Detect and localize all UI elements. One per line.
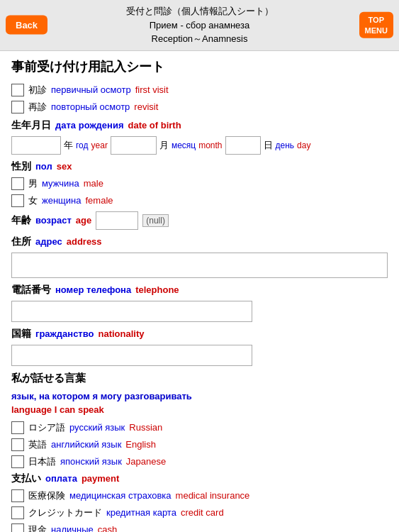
age-header-ru: возраст [35,215,72,226]
age-row: 年齢 возраст age (null) [11,211,388,230]
payment-header-ru: оплата [45,473,77,484]
japanese-en: Japanese [126,456,166,467]
age-null-badge: (null) [142,214,169,227]
russian-checkbox[interactable] [11,421,24,434]
dob-header-ja: 生年月日 [11,119,51,132]
male-checkbox[interactable] [11,177,24,190]
credit-checkbox[interactable] [11,506,24,519]
revisit-checkbox[interactable] [11,101,24,113]
nationality-header-ja: 国籍 [11,328,31,340]
revisit-en: revisit [134,101,158,112]
credit-ru: кредитная карта [106,507,176,518]
title-en: Reception～Anamnesis [126,32,274,46]
age-input[interactable] [96,211,138,230]
initial-visit-checkbox[interactable] [11,84,24,96]
insurance-row: 医療保険 медицинская страховка medical insur… [11,489,388,502]
cash-checkbox[interactable] [11,523,24,533]
japanese-checkbox[interactable] [11,455,24,468]
payment-header-ja: 支払い [11,472,41,485]
tel-header-en: telephone [135,284,179,295]
address-header-en: address [67,236,102,247]
revisit-ja: 再診 [28,101,47,113]
female-ru: женщина [42,195,81,206]
language-header-ja: 私が話せる言葉 [11,372,86,385]
sex-header-ja: 性別 [11,160,31,173]
dob-year-input[interactable] [11,136,61,155]
language-label-ru: язык, на котором я могу разговаривать la… [11,389,388,417]
year-ja: 年 [64,139,73,152]
english-row: 英語 английский язык English [11,438,388,451]
title-ja: 受付と問診（個人情報記入シート） [126,4,274,18]
back-button[interactable]: Back [6,16,47,35]
top-bar-title: 受付と問診（個人情報記入シート） Прием - сбор анамнеза R… [126,4,274,46]
japanese-row: 日本語 японский язык Japanese [11,455,388,468]
male-ru: мужчина [42,178,79,189]
age-header-ja: 年齢 [11,214,31,227]
page-title: 事前受け付け用記入シート [11,58,388,75]
cash-row: 現金 наличные cash [11,523,388,533]
month-ja: 月 [159,139,169,152]
credit-ja: クレジットカード [28,506,102,519]
nationality-header-ru: гражданство [35,328,94,339]
nationality-header: 国籍 гражданство nationality [11,328,388,340]
initial-ru: первичный осмотр [51,84,131,95]
cash-ja: 現金 [28,523,47,533]
dob-header-ru: дата рождения [55,120,124,131]
address-header-ru: адрес [35,236,62,247]
dob-inputs-row: 年 год year 月 месяц month 日 день day [11,136,388,155]
month-en: month [198,140,222,150]
revisit-ru: повторный осмотр [51,101,130,112]
english-ru: английский язык [51,439,121,450]
credit-en: credit card [181,507,224,518]
nationality-input[interactable] [11,345,252,366]
content-area: 事前受け付け用記入シート 初診 первичный осмотр first v… [0,51,399,533]
month-ru: месяц [172,140,196,150]
insurance-checkbox[interactable] [11,489,24,502]
sex-header-ru: пол [35,161,52,172]
tel-input[interactable] [11,301,252,322]
title-ru: Прием - сбор анамнеза [126,18,274,33]
initial-en: first visit [135,84,169,95]
cash-en: cash [98,524,117,532]
address-input[interactable] [11,253,388,278]
insurance-en: medical insurance [176,490,250,501]
language-label-en: language I can speak [11,404,104,415]
female-row: 女 женщина female [11,194,388,207]
credit-row: クレジットカード кредитная карта credit card [11,506,388,519]
russian-row: ロシア語 русский язык Russian [11,421,388,434]
insurance-ru: медицинская страховка [69,490,172,501]
dob-month-input[interactable] [111,136,157,155]
year-en: year [91,140,108,150]
russian-ru: русский язык [69,422,125,433]
male-row: 男 мужчина male [11,177,388,190]
day-ja: 日 [264,139,273,152]
day-en: day [297,140,310,150]
cash-ru: наличные [51,524,94,532]
tel-header-ja: 電話番号 [11,284,51,297]
insurance-ja: 医療保険 [28,489,65,502]
year-ru: год [76,140,89,150]
dob-day-input[interactable] [225,136,261,155]
age-header-en: age [76,215,91,226]
english-checkbox[interactable] [11,438,24,451]
top-menu-button[interactable]: TOPMENU [359,12,393,38]
female-en: female [85,195,113,206]
address-header: 住所 адрес address [11,235,388,248]
address-header-ja: 住所 [11,235,31,248]
initial-visit-row: 初診 первичный осмотр first visit [11,84,388,96]
male-ja: 男 [28,177,38,190]
dob-header: 生年月日 дата рождения date of birth [11,119,388,132]
female-checkbox[interactable] [11,194,24,207]
revisit-row: 再診 повторный осмотр revisit [11,101,388,113]
payment-header: 支払い оплата payment [11,472,388,485]
female-ja: 女 [28,194,38,207]
english-ja: 英語 [28,438,47,451]
sex-header-en: sex [57,161,72,172]
tel-header: 電話番号 номер телефона telephone [11,284,388,297]
english-en: English [125,439,156,450]
initial-ja: 初診 [28,84,47,96]
sex-header: 性別 пол sex [11,160,388,173]
top-bar: Back 受付と問診（個人情報記入シート） Прием - сбор анамн… [0,0,399,51]
japanese-ja: 日本語 [28,455,56,468]
russian-ja: ロシア語 [28,421,65,434]
